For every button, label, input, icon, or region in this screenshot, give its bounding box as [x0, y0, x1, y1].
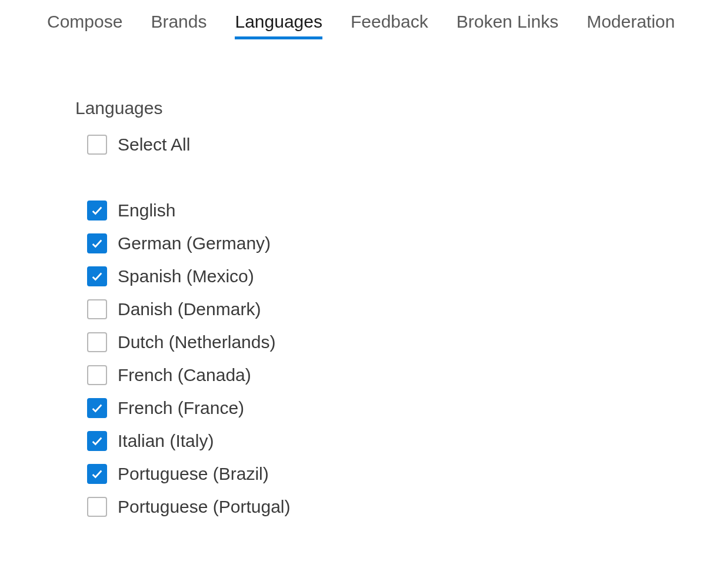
- language-checkbox[interactable]: [87, 233, 107, 253]
- language-checkbox[interactable]: [87, 332, 107, 352]
- tab-bar: Compose Brands Languages Feedback Broken…: [0, 0, 706, 39]
- checkmark-icon: [91, 435, 104, 447]
- tab-languages[interactable]: Languages: [235, 12, 322, 39]
- language-row: Portuguese (Portugal): [87, 497, 706, 517]
- checkmark-icon: [91, 204, 104, 217]
- language-label: Spanish (Mexico): [118, 266, 254, 286]
- language-label: French (France): [118, 398, 244, 418]
- checkmark-icon: [91, 237, 104, 250]
- checkmark-icon: [91, 270, 104, 283]
- language-label: Danish (Denmark): [118, 299, 261, 319]
- languages-panel: Languages Select All EnglishGerman (Germ…: [0, 39, 706, 517]
- select-all-checkbox[interactable]: [87, 135, 107, 155]
- tab-moderation[interactable]: Moderation: [587, 12, 675, 39]
- language-checkbox[interactable]: [87, 365, 107, 385]
- language-row: French (Canada): [87, 365, 706, 385]
- select-all-row: Select All: [87, 135, 706, 155]
- language-label: German (Germany): [118, 233, 271, 253]
- language-label: Portuguese (Portugal): [118, 497, 291, 517]
- language-row: German (Germany): [87, 233, 706, 253]
- language-label: Dutch (Netherlands): [118, 332, 275, 352]
- language-checkbox[interactable]: [87, 201, 107, 220]
- language-row: Spanish (Mexico): [87, 266, 706, 286]
- checkmark-icon: [91, 467, 104, 480]
- checkmark-icon: [91, 402, 104, 415]
- tab-feedback[interactable]: Feedback: [351, 12, 428, 39]
- language-row: Portuguese (Brazil): [87, 464, 706, 484]
- tab-brands[interactable]: Brands: [151, 12, 207, 39]
- language-checkbox[interactable]: [87, 497, 107, 517]
- language-checkbox[interactable]: [87, 431, 107, 451]
- language-row: French (France): [87, 398, 706, 418]
- language-label: Italian (Italy): [118, 431, 214, 451]
- language-label: French (Canada): [118, 365, 251, 385]
- language-row: Italian (Italy): [87, 431, 706, 451]
- language-row: Dutch (Netherlands): [87, 332, 706, 352]
- language-row: Danish (Denmark): [87, 299, 706, 319]
- language-checkbox[interactable]: [87, 266, 107, 286]
- language-checkbox[interactable]: [87, 464, 107, 484]
- language-checkbox[interactable]: [87, 299, 107, 319]
- language-row: English: [87, 201, 706, 220]
- language-list: EnglishGerman (Germany)Spanish (Mexico)D…: [75, 201, 706, 517]
- language-label: Portuguese (Brazil): [118, 464, 269, 484]
- language-label: English: [118, 201, 175, 220]
- section-title: Languages: [75, 98, 706, 118]
- tab-broken-links[interactable]: Broken Links: [457, 12, 558, 39]
- select-all-label: Select All: [118, 135, 190, 155]
- language-checkbox[interactable]: [87, 398, 107, 418]
- tab-compose[interactable]: Compose: [47, 12, 122, 39]
